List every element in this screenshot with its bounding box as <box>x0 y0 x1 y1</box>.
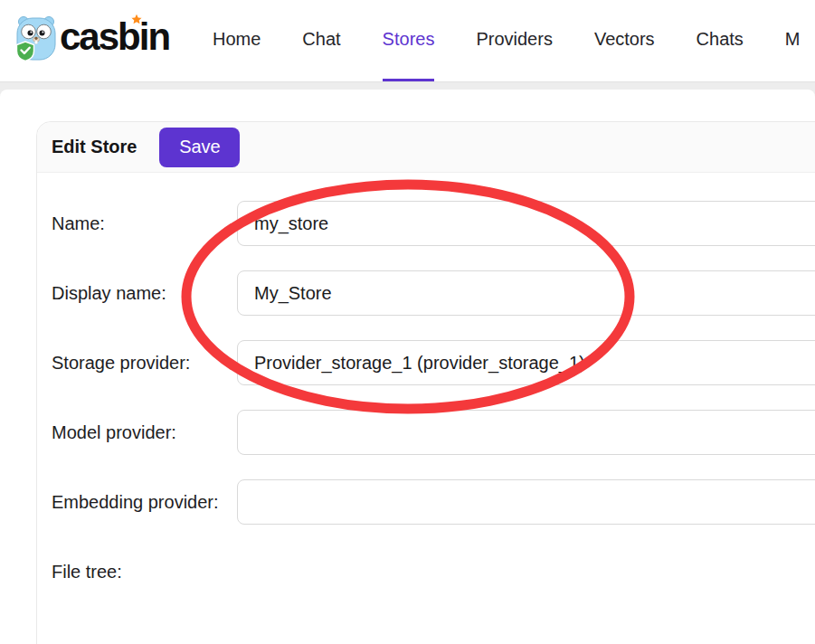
top-header: casbin Home Chat Stores Providers Vector… <box>0 0 815 81</box>
form-row-display-name: Display name: My_Store <box>37 270 815 316</box>
name-input[interactable]: my_store <box>237 201 815 246</box>
brand-name: casbin <box>60 15 169 58</box>
star-icon <box>128 12 145 28</box>
storage-provider-select[interactable]: Provider_storage_1 (provider_storage_1) <box>237 340 815 385</box>
form-row-file-tree: File tree: <box>37 549 815 594</box>
embedding-provider-label: Embedding provider: <box>52 492 219 513</box>
content-panel: Edit Store Save Name: my_store Display n… <box>0 90 815 644</box>
storage-provider-label: Storage provider: <box>52 353 190 374</box>
nav-item-providers[interactable]: Providers <box>476 0 552 81</box>
nav-item-chats[interactable]: Chats <box>697 0 744 81</box>
form-row-name: Name: my_store <box>37 201 815 246</box>
main-nav: Home Chat Stores Providers Vectors Chats… <box>213 0 801 81</box>
form-row-embedding-provider: Embedding provider: <box>37 479 815 525</box>
card-header: Edit Store Save <box>37 122 815 173</box>
embedding-provider-select[interactable] <box>237 479 815 525</box>
nav-item-home[interactable]: Home <box>213 0 261 81</box>
card-body: Name: my_store Display name: My_Store St… <box>37 173 815 594</box>
nav-item-vectors[interactable]: Vectors <box>594 0 655 81</box>
brand-logo[interactable]: casbin <box>14 13 169 62</box>
page-background: Edit Store Save Name: my_store Display n… <box>0 81 815 644</box>
display-name-input[interactable]: My_Store <box>237 270 815 316</box>
nav-item-truncated[interactable]: M <box>785 0 801 81</box>
model-provider-select[interactable] <box>237 410 815 455</box>
form-row-model-provider: Model provider: <box>37 410 815 455</box>
form-row-storage-provider: Storage provider: Provider_storage_1 (pr… <box>37 340 815 385</box>
page-title: Edit Store <box>52 137 137 157</box>
edit-store-card: Edit Store Save Name: my_store Display n… <box>36 121 815 644</box>
gopher-logo-icon <box>14 14 58 61</box>
nav-item-chat[interactable]: Chat <box>302 0 340 81</box>
nav-item-stores[interactable]: Stores <box>383 0 435 81</box>
display-name-label: Display name: <box>52 283 166 304</box>
name-label: Name: <box>52 213 105 234</box>
model-provider-label: Model provider: <box>52 422 176 443</box>
save-button[interactable]: Save <box>159 128 240 167</box>
file-tree-label: File tree: <box>52 562 122 582</box>
